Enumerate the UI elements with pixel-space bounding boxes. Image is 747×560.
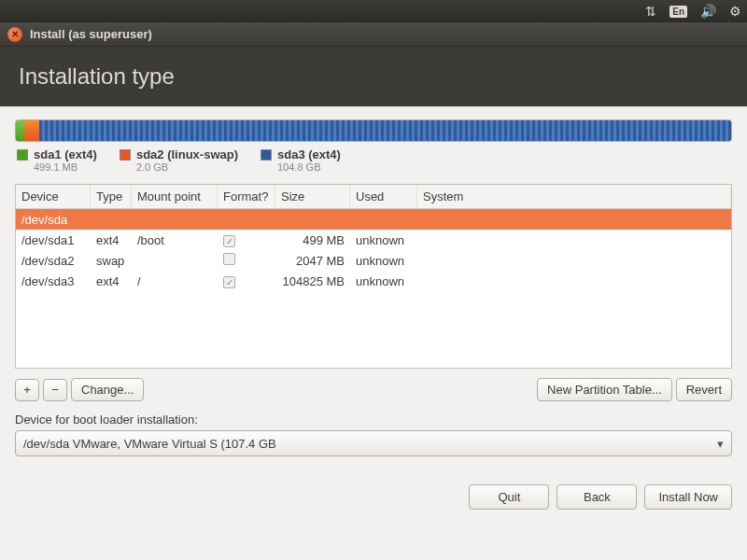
legend-item: sda3 (ext4) 104.8 GB xyxy=(261,147,341,173)
cell-mount: / xyxy=(132,274,218,288)
system-menubar: ⇅ En 🔊 ⚙ xyxy=(0,0,747,22)
chevron-down-icon: ▾ xyxy=(717,437,724,451)
col-type[interactable]: Type xyxy=(91,185,132,208)
table-row[interactable]: /dev/sda1 ext4 /boot ✓ 499 MB unknown xyxy=(16,230,731,250)
legend-label: sda2 (linux-swap) xyxy=(136,147,238,161)
legend-label: sda1 (ext4) xyxy=(34,147,97,161)
cell-type: ext4 xyxy=(91,274,132,288)
gear-icon[interactable]: ⚙ xyxy=(729,4,741,19)
legend-item: sda2 (linux-swap) 2.0 GB xyxy=(120,147,238,173)
cell-type: swap xyxy=(91,254,132,268)
back-button[interactable]: Back xyxy=(557,484,637,510)
bootloader-device-select[interactable]: /dev/sda VMware, VMware Virtual S (107.4… xyxy=(15,430,732,456)
cell-used: unknown xyxy=(350,233,417,247)
format-checkbox[interactable] xyxy=(223,253,235,265)
legend-sublabel: 2.0 GB xyxy=(136,161,238,173)
legend-item: sda1 (ext4) 499.1 MB xyxy=(17,147,97,173)
cell-format[interactable]: ✓ xyxy=(218,233,275,247)
col-size[interactable]: Size xyxy=(275,185,350,208)
language-indicator[interactable]: En xyxy=(669,6,687,18)
format-checkbox[interactable]: ✓ xyxy=(223,235,235,247)
revert-button[interactable]: Revert xyxy=(676,378,732,401)
legend-swatch xyxy=(261,149,272,161)
col-system[interactable]: System xyxy=(417,185,731,208)
usage-legend: sda1 (ext4) 499.1 MB sda2 (linux-swap) 2… xyxy=(17,147,732,173)
add-partition-button[interactable]: + xyxy=(15,379,39,401)
cell-mount: /boot xyxy=(132,233,218,247)
new-partition-table-button[interactable]: New Partition Table... xyxy=(537,378,672,401)
table-row[interactable]: /dev/sda xyxy=(16,209,731,230)
usage-seg-sda3 xyxy=(39,120,732,141)
close-icon[interactable]: ✕ xyxy=(7,27,22,42)
cell-device: /dev/sda3 xyxy=(16,274,91,288)
partition-table: Device Type Mount point Format? Size Use… xyxy=(15,184,732,369)
bootloader-label: Device for boot loader installation: xyxy=(15,413,732,427)
remove-partition-button[interactable]: − xyxy=(43,379,67,401)
format-checkbox[interactable]: ✓ xyxy=(223,276,235,288)
usage-seg-sda1 xyxy=(16,120,24,141)
install-now-button[interactable]: Install Now xyxy=(644,484,732,510)
cell-format[interactable]: ✓ xyxy=(218,274,275,288)
network-icon[interactable]: ⇅ xyxy=(645,4,656,19)
legend-swatch xyxy=(17,149,28,161)
disk-usage-bar xyxy=(15,119,732,142)
page-title: Installation type xyxy=(19,63,728,90)
volume-icon[interactable]: 🔊 xyxy=(700,4,716,19)
col-mount[interactable]: Mount point xyxy=(132,185,218,208)
legend-label: sda3 (ext4) xyxy=(277,147,341,161)
change-partition-button[interactable]: Change... xyxy=(71,378,144,401)
bootloader-device-value: /dev/sda VMware, VMware Virtual S (107.4… xyxy=(23,437,276,451)
col-used[interactable]: Used xyxy=(350,185,417,208)
col-format[interactable]: Format? xyxy=(218,185,275,208)
page-header: Installation type xyxy=(0,47,747,106)
col-device[interactable]: Device xyxy=(16,185,91,208)
window-title: Install (as superuser) xyxy=(30,27,152,41)
table-row[interactable]: /dev/sda2 swap 2047 MB unknown xyxy=(16,250,731,271)
cell-size: 499 MB xyxy=(275,233,350,247)
cell-format[interactable] xyxy=(218,253,275,268)
usage-seg-sda2 xyxy=(24,120,38,141)
cell-device: /dev/sda xyxy=(16,213,91,227)
cell-type: ext4 xyxy=(91,233,132,247)
table-row[interactable]: /dev/sda3 ext4 / ✓ 104825 MB unknown xyxy=(16,271,731,291)
cell-device: /dev/sda2 xyxy=(16,254,91,268)
cell-used: unknown xyxy=(350,274,417,288)
legend-sublabel: 104.8 GB xyxy=(277,161,341,173)
legend-sublabel: 499.1 MB xyxy=(34,161,97,173)
partition-toolbar: + − Change... New Partition Table... Rev… xyxy=(15,378,732,401)
cell-device: /dev/sda1 xyxy=(16,233,91,247)
window-titlebar: ✕ Install (as superuser) xyxy=(0,22,747,47)
content-area: sda1 (ext4) 499.1 MB sda2 (linux-swap) 2… xyxy=(0,106,747,469)
cell-used: unknown xyxy=(350,254,417,268)
cell-size: 104825 MB xyxy=(275,274,350,288)
legend-swatch xyxy=(120,149,131,161)
cell-size: 2047 MB xyxy=(275,254,350,268)
partition-table-header: Device Type Mount point Format? Size Use… xyxy=(16,185,731,209)
quit-button[interactable]: Quit xyxy=(469,484,549,510)
footer-buttons: Quit Back Install Now xyxy=(0,469,747,525)
